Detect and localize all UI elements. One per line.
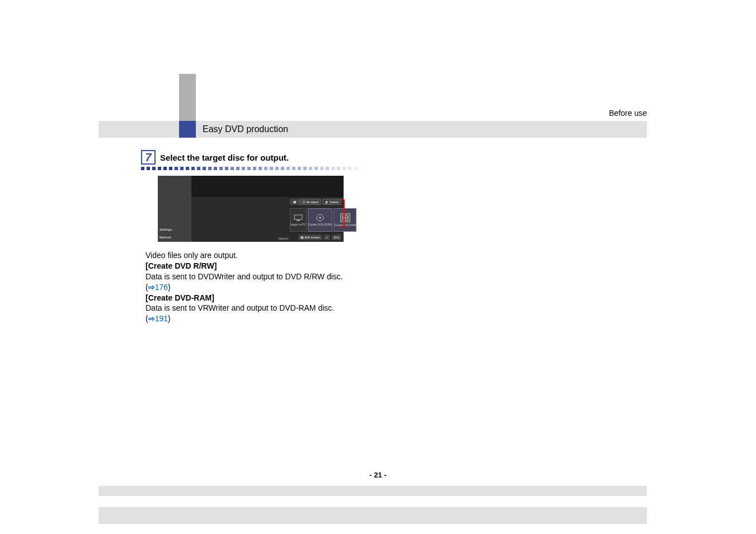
- edit-icon: ▦: [300, 236, 304, 239]
- ss-edit-label: Edit screen: [305, 236, 321, 239]
- ss-delete-button[interactable]: 🗑 Delete: [322, 199, 341, 205]
- step-number-box: 7: [141, 150, 156, 165]
- link-arrow-icon: ⇨: [148, 283, 155, 292]
- ss-top-black-bar: [191, 176, 344, 197]
- ss-bottom-pill-row: ▦ Edit screen x Exit: [298, 235, 341, 240]
- close-x-label: x: [326, 236, 328, 239]
- ss-create-dvd-rrw-button[interactable]: Create DVD R/RW: [308, 208, 332, 232]
- svg-point-3: [319, 217, 321, 219]
- create1-heading: [Create DVD R/RW]: [145, 261, 347, 271]
- link-arrow-icon: ⇨: [148, 314, 155, 323]
- ss-exit-button[interactable]: Exit: [332, 235, 341, 240]
- ss-main-button-row: Import to PC Create DVD R/RW Create DVD-…: [290, 208, 341, 232]
- top-gray-tab: [179, 74, 196, 128]
- svg-rect-1: [297, 220, 300, 221]
- ss-create-dvd-ram-button[interactable]: Create DVD-RAM: [334, 208, 357, 232]
- create1-page-link[interactable]: 176: [155, 283, 168, 292]
- ss-create-ram-label: Create DVD-RAM: [334, 223, 356, 227]
- section-header-bar: Easy DVD production: [98, 121, 647, 138]
- embedded-screenshot: Settings... Refresh ◀ ▶ ☑ All select 🗑 D…: [158, 176, 344, 242]
- ss-delete-label: Delete: [330, 200, 339, 204]
- ss-all-select-button[interactable]: ☑ All select: [299, 199, 321, 205]
- step-number: 7: [145, 151, 151, 164]
- create2-desc-line: Data is sent to VRWriter and output to D…: [145, 303, 347, 324]
- callout-bracket: [341, 199, 345, 228]
- create2-heading: [Create DVD-RAM]: [145, 293, 347, 303]
- step-title: Select the target disc for output.: [160, 153, 289, 162]
- ss-all-select-label: All select: [306, 200, 318, 204]
- body-intro-line: Video files only are output.: [145, 250, 347, 261]
- create1-desc-line: Data is sent to DVDWriter and output to …: [145, 271, 347, 293]
- ss-edit-screen-button[interactable]: ▦ Edit screen: [298, 235, 323, 240]
- footer-bar-thin: [98, 486, 647, 496]
- create1-desc-suffix: ): [168, 283, 171, 292]
- ss-close-button[interactable]: x: [324, 235, 330, 240]
- svg-rect-0: [294, 215, 302, 219]
- section-accent-square: [179, 121, 196, 138]
- checkbox-icon: ☑: [302, 200, 305, 204]
- create2-desc-prefix: Data is sent to VRWriter and output to D…: [145, 303, 334, 323]
- trash-icon: 🗑: [325, 200, 328, 204]
- ss-import-button[interactable]: Import to PC: [290, 208, 307, 232]
- create2-page-link[interactable]: 191: [155, 314, 168, 323]
- ss-sidebar: [158, 176, 191, 242]
- ss-settings-link[interactable]: Settings...: [159, 228, 175, 231]
- arrow-left-icon[interactable]: ◀: [293, 200, 295, 204]
- breadcrumb-label: Before use: [609, 109, 647, 118]
- section-header-text-container: Easy DVD production: [196, 121, 647, 138]
- step-heading-row: 7 Select the target disc for output.: [141, 150, 289, 165]
- footer-bar-thick: [98, 507, 647, 524]
- create2-desc-suffix: ): [168, 314, 171, 323]
- ss-top-pill-row: ☑ All select 🗑 Delete: [299, 199, 341, 205]
- section-header-text: Easy DVD production: [196, 124, 288, 134]
- ss-refresh-link[interactable]: Refresh: [159, 236, 171, 239]
- disc-icon: [316, 214, 325, 222]
- ss-import-label: Import to PC: [290, 223, 306, 226]
- dotted-separator: [141, 167, 360, 170]
- page-number: - 21 -: [0, 471, 756, 479]
- body-text-block: Video files only are output. [Create DVD…: [145, 250, 347, 324]
- ss-create-rrw-label: Create DVD R/RW: [308, 223, 332, 226]
- monitor-icon: [294, 214, 303, 222]
- ss-exit-label: Exit: [334, 236, 339, 239]
- create1-desc-prefix: Data is sent to DVDWriter and output to …: [145, 272, 343, 292]
- ss-view-label[interactable]: View(v): [278, 237, 288, 240]
